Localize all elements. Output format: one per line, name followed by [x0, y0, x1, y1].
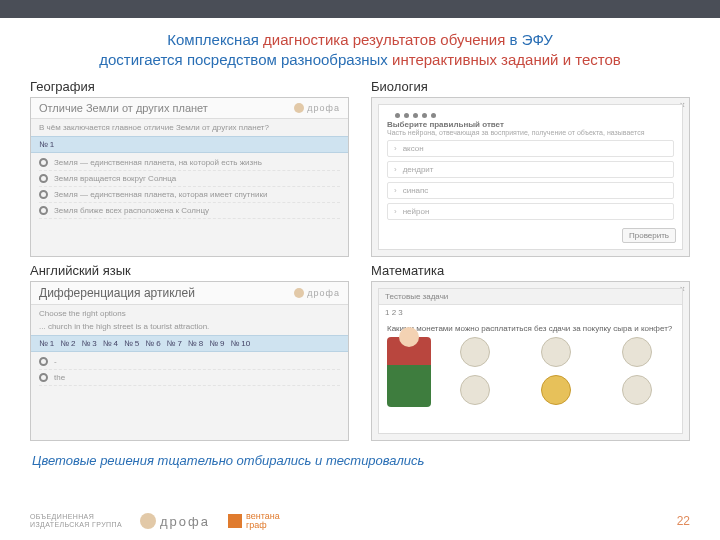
eng-tabs: № 1 № 2 № 3 № 4 № 5 № 6 № 7 № 8 № 9 № 10	[31, 335, 348, 352]
brand-row: ОБЪЕДИНЕННАЯИЗДАТЕЛЬСКАЯ ГРУППА дрофа ве…	[30, 512, 280, 530]
geo-panel: Отличие Земли от других планет дрофа В ч…	[30, 97, 349, 257]
geo-tab[interactable]: № 1	[31, 136, 348, 153]
eng-tab[interactable]: № 4	[103, 339, 118, 348]
radio-icon	[39, 357, 48, 366]
chevron-icon: ›	[394, 165, 397, 174]
coin-icon[interactable]	[541, 375, 571, 405]
geo-cell: География Отличие Земли от других планет…	[30, 79, 349, 257]
eng-tab[interactable]: № 7	[167, 339, 182, 348]
drofa-logo: дрофа	[294, 288, 340, 298]
eng-option[interactable]: the	[39, 370, 340, 386]
math-label: Математика	[371, 263, 690, 278]
eng-tab[interactable]: № 1	[39, 339, 54, 348]
bio-option[interactable]: ›нейрон	[387, 203, 674, 220]
eng-tab[interactable]: № 9	[209, 339, 224, 348]
math-question: Какими монетами можно расплатиться без с…	[379, 320, 682, 337]
eng-panel: Дифференциация артиклей дрофа Choose the…	[30, 281, 349, 441]
check-button[interactable]: Проверить	[622, 228, 676, 243]
geo-heading: Отличие Земли от других планет	[39, 102, 208, 114]
title-part: в ЭФУ	[510, 31, 553, 48]
eng-tab[interactable]: № 3	[82, 339, 97, 348]
girl-illustration	[387, 337, 431, 407]
bio-cell: Биология × Выберите правильный ответ Час…	[371, 79, 690, 257]
title-part: Комплексная	[167, 31, 263, 48]
coin-icon[interactable]	[460, 375, 490, 405]
math-nums: 1 2 3	[379, 305, 682, 320]
eng-options: - the	[31, 352, 348, 388]
bio-subtext: Часть нейрона, отвечающая за восприятие,…	[387, 129, 674, 136]
page-number: 22	[677, 514, 690, 528]
bio-label: Биология	[371, 79, 690, 94]
eng-header: Дифференциация артиклей дрофа	[31, 282, 348, 305]
geo-label: География	[30, 79, 349, 94]
top-bar	[0, 0, 720, 18]
math-cell: Математика × Тестовые задачи 1 2 3 Каким…	[371, 263, 690, 441]
ventana-brand: вентанаграф	[228, 512, 280, 530]
radio-icon	[39, 373, 48, 382]
eng-sub: Choose the right options	[31, 305, 348, 322]
drofa-logo: дрофа	[294, 103, 340, 113]
ventana-icon	[228, 514, 242, 528]
chevron-icon: ›	[394, 186, 397, 195]
eng-tab[interactable]: № 8	[188, 339, 203, 348]
coin-icon[interactable]	[622, 375, 652, 405]
coin-icon[interactable]	[541, 337, 571, 367]
title-part: достигается посредством разнообразных	[99, 51, 392, 68]
bio-option[interactable]: ›дендрит	[387, 161, 674, 178]
title-part: интерактивных заданий и тестов	[392, 51, 621, 68]
eng-tab[interactable]: № 10	[230, 339, 250, 348]
chevron-icon: ›	[394, 207, 397, 216]
math-body: Тестовые задачи 1 2 3 Какими монетами мо…	[378, 288, 683, 434]
chevron-icon: ›	[394, 144, 397, 153]
examples-grid: География Отличие Земли от других планет…	[30, 79, 690, 441]
geo-option[interactable]: Земля — единственная планета, которая им…	[39, 187, 340, 203]
bio-option[interactable]: ›аксон	[387, 140, 674, 157]
slide-content: Комплексная диагностика результатов обуч…	[0, 18, 720, 468]
geo-question: В чём заключается главное отличие Земли …	[31, 119, 348, 136]
drofa-icon	[140, 513, 156, 529]
geo-header: Отличие Земли от других планет дрофа	[31, 98, 348, 119]
bio-instruction: Выберите правильный ответ	[387, 120, 674, 129]
eng-label: Английский язык	[30, 263, 349, 278]
coins-grid	[437, 337, 674, 407]
publisher-label: ОБЪЕДИНЕННАЯИЗДАТЕЛЬСКАЯ ГРУППА	[30, 513, 122, 528]
coin-icon[interactable]	[460, 337, 490, 367]
geo-option[interactable]: Земля — единственная планета, на которой…	[39, 155, 340, 171]
eng-tab[interactable]: № 6	[145, 339, 160, 348]
slide-title: Комплексная диагностика результатов обуч…	[30, 30, 690, 71]
bio-progress	[387, 111, 674, 120]
eng-sentence: ... church in the high street is a touri…	[31, 322, 348, 335]
bio-body: Выберите правильный ответ Часть нейрона,…	[378, 104, 683, 250]
eng-cell: Английский язык Дифференциация артиклей …	[30, 263, 349, 441]
radio-icon	[39, 190, 48, 199]
geo-option[interactable]: Земля ближе всех расположена к Солнцу	[39, 203, 340, 219]
footnote: Цветовые решения тщательно отбирались и …	[32, 453, 688, 468]
radio-icon	[39, 174, 48, 183]
radio-icon	[39, 206, 48, 215]
eng-option[interactable]: -	[39, 354, 340, 370]
geo-options: Земля — единственная планета, на которой…	[31, 153, 348, 221]
geo-option[interactable]: Земля вращается вокруг Солнца	[39, 171, 340, 187]
title-part: диагностика результатов обучения	[263, 31, 509, 48]
eng-heading: Дифференциация артиклей	[39, 286, 195, 300]
eng-tab[interactable]: № 2	[60, 339, 75, 348]
eng-tab[interactable]: № 5	[124, 339, 139, 348]
coin-icon[interactable]	[622, 337, 652, 367]
bio-option[interactable]: ›синапс	[387, 182, 674, 199]
radio-icon	[39, 158, 48, 167]
math-panel: × Тестовые задачи 1 2 3 Какими монетами …	[371, 281, 690, 441]
math-top: Тестовые задачи	[379, 289, 682, 305]
math-area	[379, 337, 682, 407]
footer: ОБЪЕДИНЕННАЯИЗДАТЕЛЬСКАЯ ГРУППА дрофа ве…	[30, 512, 690, 530]
bio-panel: × Выберите правильный ответ Часть нейрон…	[371, 97, 690, 257]
drofa-brand: дрофа	[140, 513, 210, 529]
